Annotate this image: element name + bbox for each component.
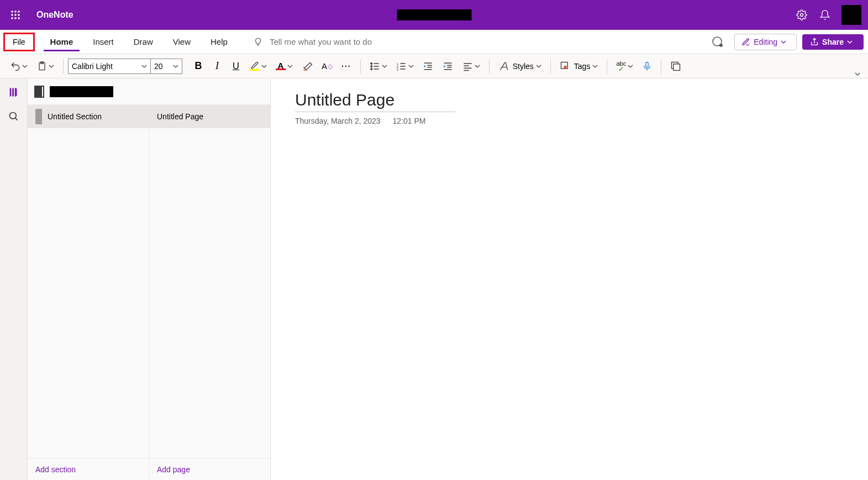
file-tab-label: File bbox=[13, 38, 25, 46]
section-name: Untitled Section bbox=[48, 112, 102, 121]
svg-text:3: 3 bbox=[397, 67, 398, 71]
tab-draw[interactable]: Draw bbox=[127, 33, 160, 51]
italic-button[interactable]: I bbox=[209, 57, 225, 75]
add-section-button[interactable]: Add section bbox=[28, 458, 149, 480]
page-item[interactable]: Untitled Page bbox=[149, 105, 270, 128]
font-size-select[interactable]: 20 bbox=[150, 59, 182, 74]
share-label: Share bbox=[822, 38, 844, 46]
styles-button[interactable]: Styles bbox=[495, 57, 545, 75]
page-name: Untitled Page bbox=[157, 112, 203, 121]
bold-button[interactable]: B bbox=[190, 57, 207, 75]
page-time: 12:01 PM bbox=[393, 117, 426, 125]
more-formatting-button[interactable]: ··· bbox=[338, 57, 355, 75]
underline-button[interactable]: U bbox=[228, 57, 244, 75]
svg-point-16 bbox=[371, 65, 372, 67]
svg-point-14 bbox=[371, 62, 372, 64]
title-bar: OneNote bbox=[0, 0, 868, 30]
svg-point-3 bbox=[11, 14, 13, 16]
tell-me-input[interactable] bbox=[270, 37, 413, 46]
page-date: Thursday, March 2, 2023 bbox=[295, 117, 381, 125]
account-avatar[interactable] bbox=[841, 5, 861, 25]
editing-mode-button[interactable]: Editing bbox=[734, 34, 797, 50]
clear-formatting-button[interactable] bbox=[298, 57, 316, 75]
pages-list: Untitled Page Add page bbox=[149, 105, 270, 480]
left-rail bbox=[0, 78, 28, 480]
svg-point-42 bbox=[9, 113, 16, 119]
add-page-label: Add page bbox=[157, 465, 190, 474]
align-button[interactable] bbox=[459, 57, 483, 75]
svg-point-1 bbox=[14, 10, 17, 13]
tab-view[interactable]: View bbox=[166, 33, 197, 51]
menu-bar: File Home Insert Draw View Help Editing … bbox=[0, 30, 868, 54]
catch-up-icon[interactable] bbox=[711, 35, 724, 49]
page-canvas[interactable]: Thursday, March 2, 2023 12:01 PM bbox=[271, 78, 868, 480]
svg-point-9 bbox=[801, 14, 803, 17]
svg-point-7 bbox=[14, 17, 17, 19]
add-page-button[interactable]: Add page bbox=[149, 458, 270, 480]
notebooks-icon[interactable] bbox=[6, 84, 22, 101]
ribbon-collapse-button[interactable] bbox=[855, 71, 862, 78]
svg-rect-41 bbox=[674, 64, 680, 70]
workspace: Untitled Section Add section Untitled Pa… bbox=[0, 78, 868, 480]
editing-label: Editing bbox=[754, 38, 777, 46]
share-button[interactable]: Share bbox=[802, 34, 864, 50]
app-name[interactable]: OneNote bbox=[36, 10, 73, 20]
numbering-button[interactable]: 123 bbox=[393, 57, 417, 75]
ribbon-home: Calibri Light 20 B I U A A◇ ··· 123 bbox=[0, 54, 868, 78]
page-title-input[interactable] bbox=[295, 91, 455, 112]
svg-point-0 bbox=[11, 10, 13, 13]
spellcheck-button[interactable]: abc ✓ bbox=[613, 57, 636, 75]
tags-label: Tags bbox=[574, 62, 591, 71]
svg-point-18 bbox=[371, 68, 372, 70]
indent-button[interactable] bbox=[439, 57, 457, 75]
add-section-label: Add section bbox=[35, 465, 76, 474]
format-painter-button[interactable]: A◇ bbox=[318, 57, 336, 75]
svg-point-8 bbox=[18, 17, 20, 19]
undo-button[interactable] bbox=[7, 57, 31, 75]
navigation-pane: Untitled Section Add section Untitled Pa… bbox=[28, 78, 271, 480]
svg-point-5 bbox=[18, 14, 20, 16]
font-family-select[interactable]: Calibri Light bbox=[68, 59, 151, 74]
svg-point-11 bbox=[719, 44, 723, 47]
bullets-button[interactable] bbox=[366, 57, 391, 75]
svg-point-6 bbox=[11, 17, 13, 19]
font-family-value: Calibri Light bbox=[72, 62, 113, 71]
file-tab[interactable]: File bbox=[3, 33, 35, 51]
svg-point-4 bbox=[14, 14, 17, 16]
paste-button[interactable] bbox=[33, 57, 57, 75]
notifications-icon[interactable] bbox=[818, 8, 832, 22]
font-size-value: 20 bbox=[154, 62, 163, 71]
notebook-name-redacted bbox=[50, 86, 113, 97]
tab-help[interactable]: Help bbox=[204, 33, 234, 51]
notebook-header[interactable] bbox=[28, 78, 270, 105]
notebook-icon bbox=[34, 86, 44, 98]
lightbulb-icon bbox=[253, 37, 263, 47]
sections-list: Untitled Section Add section bbox=[28, 105, 149, 480]
document-title-redacted[interactable] bbox=[397, 9, 471, 20]
tab-insert[interactable]: Insert bbox=[86, 33, 120, 51]
settings-icon[interactable] bbox=[795, 8, 808, 22]
svg-line-43 bbox=[15, 118, 17, 120]
tags-button[interactable]: Tags bbox=[556, 57, 602, 75]
highlight-button[interactable] bbox=[246, 57, 270, 75]
dictate-button[interactable] bbox=[639, 57, 655, 75]
app-launcher[interactable] bbox=[7, 6, 24, 24]
styles-label: Styles bbox=[513, 62, 534, 71]
section-item[interactable]: Untitled Section bbox=[28, 105, 149, 128]
outdent-button[interactable] bbox=[419, 57, 437, 75]
feed-button[interactable] bbox=[667, 57, 685, 75]
section-color-chip bbox=[35, 109, 42, 124]
svg-point-2 bbox=[18, 10, 20, 13]
page-metadata: Thursday, March 2, 2023 12:01 PM bbox=[295, 117, 868, 125]
svg-rect-39 bbox=[646, 62, 649, 67]
font-color-button[interactable]: A bbox=[272, 57, 296, 75]
tab-home[interactable]: Home bbox=[44, 33, 80, 51]
search-icon[interactable] bbox=[6, 108, 22, 125]
